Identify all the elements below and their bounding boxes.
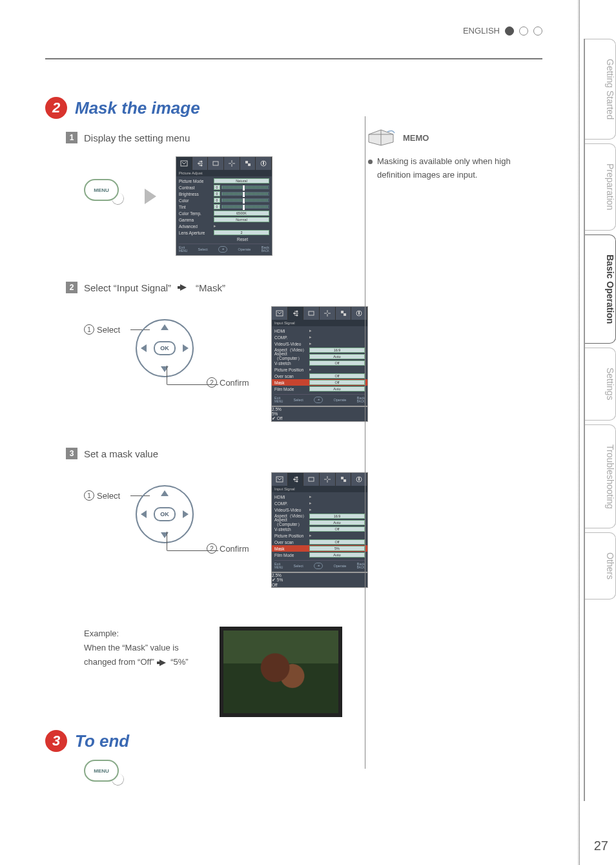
section-2-title: Mask the image [75,98,200,118]
svg-rect-5 [245,161,248,163]
dpad-right-icon [183,344,189,352]
step-1-number: 1 [66,132,77,143]
memo-item: Masking is available only when high defi… [368,155,536,182]
example-line3b: “5%” [170,657,188,667]
ok-button: OK [154,507,176,521]
osd-tab [224,157,240,170]
svg-point-11 [296,311,298,313]
osd-popup-item: ✔ Off [272,416,367,421]
osd-row: COMP.▸ [274,334,365,340]
svg-point-21 [296,481,298,483]
osd-row: COMP.▸ [274,500,365,506]
sidetab-basic-operation[interactable]: Basic Operation [585,234,616,344]
osd-tab-label: Input Signal [272,486,367,492]
svg-rect-17 [358,311,360,315]
arrow-icon [145,189,156,204]
select-label: Select [97,491,120,501]
step-1-text: Display the setting menu [84,132,190,143]
callout-1: 1 [84,490,94,501]
osd-row: Mask5% [272,545,367,552]
select-label: Select [97,325,120,335]
svg-rect-13 [309,311,314,315]
section-number-3: 3 [45,730,67,752]
section-3-heading: 3 To end [45,730,542,752]
example-text: Example: When the “Mask” value is change… [84,627,200,669]
example-row: Example: When the “Mask” value is change… [84,627,542,717]
osd-reset: Reset [237,237,269,242]
callout-1: 1 [84,324,94,335]
osd-tab [208,157,224,170]
sidetab-preparation[interactable]: Preparation [585,143,616,230]
column-divider [365,116,365,769]
sidetab-troubleshooting[interactable]: Troubleshooting [585,424,616,529]
dpad-up-icon [161,490,169,496]
osd-tab [192,157,209,170]
osd-row: HDMI▸ [274,494,365,500]
arrow-icon [180,284,187,291]
osd-tab [303,307,320,320]
osd-row: Picture ModeNatural [179,178,269,184]
osd-tab [176,157,192,170]
osd-footer: ExitMENUSelect⊕OperateBackBACK [274,560,365,569]
sidetab-others[interactable]: Others [585,532,616,599]
sidetab-settings[interactable]: Settings [585,348,616,421]
step-3-text: Set a mask value [84,448,158,459]
page-gutter [577,0,580,865]
svg-rect-14 [341,311,344,313]
memo-heading: MEMO [403,133,429,143]
pager-dot-1 [505,26,514,36]
dpad-right-icon [183,510,189,518]
svg-rect-22 [309,477,314,481]
remote-menu-button: MENU [84,760,119,782]
osd-popup-item: 2.5% [272,573,367,578]
osd-row: Lens Aperture2 [179,229,269,236]
osd-row: Picture Position▸ [274,366,365,373]
osd-row: Brightness0 [179,191,269,197]
osd-popup-item: ✔ 5% [272,578,367,583]
osd-row: Advanced▸ [179,223,269,229]
osd-row: Film ModeAuto [274,552,365,558]
osd-popup: 2.5%5%✔ Off [271,406,368,422]
remote-menu-button: MENU [84,179,119,201]
osd-tab [336,307,352,320]
osd-row: Aspect（Computer）Auto [274,353,365,360]
callout-2: 2 [207,543,217,554]
osd-footer: ExitMENUSelect⊕OperateBackBACK [274,394,365,403]
osd-popup-item: Off [272,583,367,587]
memo-icon [368,129,395,146]
osd-popup-item: 2.5% [272,407,367,412]
svg-rect-0 [181,161,187,166]
osd-row: Contrast0 [179,184,269,191]
memo-box: MEMO Masking is available only when high… [368,129,536,182]
dpad-up-icon [161,324,169,330]
ok-pad-diagram: 1 Select OK 2 Confirm [84,472,252,563]
page-header: ENGLISH [463,26,542,36]
svg-point-3 [200,165,202,167]
osd-tab [336,473,352,486]
callout-2: 2 [207,377,217,388]
step-3-number: 3 [66,448,77,459]
step-2-row: 2 Select “Input Signal” “Mask” [66,282,542,293]
confirm-label: Confirm [220,378,249,388]
step-2-text-b: “Mask” [196,282,225,293]
osd-tab [320,473,336,486]
example-line1: Example: [84,627,200,641]
example-line2: When the “Mask” value is [84,641,200,655]
svg-point-1 [198,163,200,165]
osd-row: GammaNormal [179,216,269,223]
sidetab-getting-started[interactable]: Getting Started [585,39,616,140]
pager-dot-3 [533,26,542,36]
step-3-row: 3 Set a mask value [66,448,542,459]
example-image [220,627,342,717]
pager-dot-2 [519,26,528,36]
ok-pad-diagram: 1 Select OK 2 Confirm [84,306,252,397]
section-number-2: 2 [45,97,67,119]
section-3-title: To end [75,731,129,751]
osd-row: Over scanOff [274,539,365,545]
osd-tab [320,307,336,320]
page-number: 27 [594,839,608,853]
confirm-label: Confirm [220,544,249,554]
arrow-icon [159,660,166,666]
osd-row: MaskOff [272,379,367,386]
osd-row: Aspect（Computer）Auto [274,519,365,526]
